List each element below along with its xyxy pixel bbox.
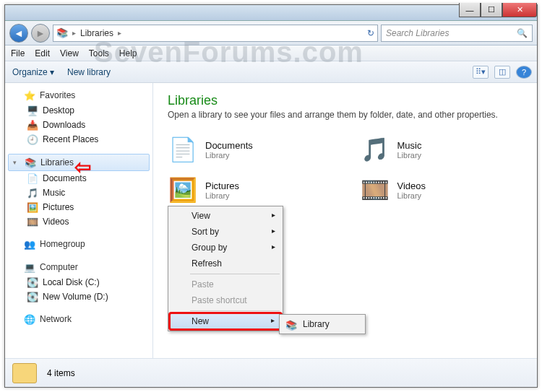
menu-edit[interactable]: Edit <box>35 48 50 58</box>
chevron-icon: ▸ <box>72 29 76 37</box>
sidebar-item-videos[interactable]: 🎞️Videos <box>5 214 152 229</box>
menu-tools[interactable]: Tools <box>89 48 109 58</box>
ctx-view[interactable]: View▸ <box>170 208 281 224</box>
library-type: Library <box>397 191 426 200</box>
nav-pane: ⭐Favorites 🖥️Desktop 📥Downloads 🕘Recent … <box>5 83 153 358</box>
ctx-new[interactable]: New▸📚Library <box>170 313 281 329</box>
chevron-right-icon: ▸ <box>272 227 275 235</box>
disk-icon: 💽 <box>27 291 38 302</box>
nav-bar: ◄ ► 📚 ▸ Libraries ▸ ↻ Search Libraries 🔍 <box>5 21 537 45</box>
context-submenu: 📚Library <box>279 314 366 334</box>
ctx-group-by[interactable]: Group by▸ <box>170 240 281 256</box>
search-placeholder: Search Libraries <box>386 28 449 38</box>
sidebar-item-pictures[interactable]: 🖼️Pictures <box>5 200 152 214</box>
address-segment[interactable]: Libraries <box>80 28 113 38</box>
desktop-icon: 🖥️ <box>27 105 38 116</box>
documents-icon: 📄 <box>168 134 198 165</box>
ctx-paste-shortcut: Paste shortcut <box>170 292 281 308</box>
library-name: Music <box>397 140 422 151</box>
address-bar[interactable]: 📚 ▸ Libraries ▸ ↻ <box>53 25 378 42</box>
libraries-icon: 📚 <box>56 27 68 39</box>
library-item-music[interactable]: 🎵MusicLibrary <box>360 134 523 165</box>
favorites-header[interactable]: ⭐Favorites <box>5 87 152 103</box>
sidebar-item-disk-d[interactable]: 💽New Volume (D:) <box>5 289 152 304</box>
library-name: Documents <box>205 140 253 151</box>
library-type: Library <box>397 151 422 160</box>
pictures-icon: 🖼️ <box>27 201 38 213</box>
sidebar-item-desktop[interactable]: 🖥️Desktop <box>5 103 152 118</box>
disk-icon: 💽 <box>27 276 38 288</box>
refresh-icon[interactable]: ↻ <box>367 28 374 38</box>
status-bar: 4 items <box>5 358 537 387</box>
computer-header[interactable]: 💻Computer <box>5 259 152 275</box>
page-subtitle: Open a library to see your files and arr… <box>168 110 522 120</box>
toolbar: Organize ▾ New library ⠿▾ ◫ ? <box>5 61 537 83</box>
menu-file[interactable]: File <box>11 48 25 58</box>
library-item-documents[interactable]: 📄DocumentsLibrary <box>168 134 331 165</box>
pictures-icon: 🖼️ <box>168 175 198 205</box>
library-type: Library <box>205 151 253 160</box>
libraries-header[interactable]: ▾📚Libraries <box>8 154 150 171</box>
ctx-paste: Paste <box>170 276 281 292</box>
sidebar-item-downloads[interactable]: 📥Downloads <box>5 118 152 132</box>
view-options-button[interactable]: ⠿▾ <box>473 66 489 79</box>
chevron-right-icon: ▸ <box>271 316 275 324</box>
organize-button[interactable]: Organize ▾ <box>12 67 54 77</box>
maximize-button[interactable]: ☐ <box>481 3 502 17</box>
sidebar-item-documents[interactable]: 📄Documents <box>5 171 152 186</box>
page-title: Libraries <box>168 93 522 108</box>
library-item-pictures[interactable]: 🖼️PicturesLibrary <box>168 175 331 205</box>
ctx-sort-by[interactable]: Sort by▸ <box>170 224 281 240</box>
chevron-right-icon: ▸ <box>272 243 275 251</box>
videos-icon: 🎞️ <box>27 216 38 227</box>
titlebar: — ☐ ✕ <box>5 5 537 21</box>
ctx-new-library[interactable]: 📚Library <box>281 316 364 332</box>
network-icon: 🌐 <box>24 313 35 325</box>
preview-pane-button[interactable]: ◫ <box>494 66 510 79</box>
content-area[interactable]: Libraries Open a library to see your fil… <box>153 83 537 358</box>
help-button[interactable]: ? <box>516 66 532 79</box>
library-name: Videos <box>397 180 426 191</box>
network-header[interactable]: 🌐Network <box>5 311 152 327</box>
folder-icon <box>12 363 37 383</box>
close-button[interactable]: ✕ <box>502 3 537 17</box>
computer-icon: 💻 <box>24 261 35 273</box>
downloads-icon: 📥 <box>27 119 38 131</box>
library-icon: 📚 <box>285 319 297 331</box>
library-name: Pictures <box>205 180 239 191</box>
library-type: Library <box>205 191 239 200</box>
music-icon: 🎵 <box>360 134 390 165</box>
back-button[interactable]: ◄ <box>9 24 28 43</box>
item-count: 4 items <box>47 368 75 378</box>
context-menu: View▸Sort by▸Group by▸RefreshPastePaste … <box>168 206 283 331</box>
libraries-icon: 📚 <box>25 157 36 168</box>
recent-icon: 🕘 <box>27 134 38 145</box>
minimize-button[interactable]: — <box>459 3 481 17</box>
sidebar-item-disk-c[interactable]: 💽Local Disk (C:) <box>5 275 152 289</box>
menu-bar: File Edit View Tools Help <box>5 45 537 61</box>
library-item-videos[interactable]: 🎞️VideosLibrary <box>360 175 523 205</box>
sidebar-item-recent[interactable]: 🕘Recent Places <box>5 132 152 147</box>
search-icon: 🔍 <box>517 28 528 38</box>
videos-icon: 🎞️ <box>360 175 390 205</box>
ctx-refresh[interactable]: Refresh <box>170 256 281 271</box>
chevron-icon: ▸ <box>118 29 121 37</box>
chevron-right-icon: ▸ <box>272 211 275 219</box>
menu-help[interactable]: Help <box>119 48 137 58</box>
menu-view[interactable]: View <box>60 48 79 58</box>
homegroup-icon: 👥 <box>24 238 35 250</box>
new-library-button[interactable]: New library <box>67 67 111 77</box>
search-input[interactable]: Search Libraries 🔍 <box>381 25 533 42</box>
star-icon: ⭐ <box>24 90 35 101</box>
documents-icon: 📄 <box>27 173 38 184</box>
forward-button[interactable]: ► <box>31 24 50 43</box>
sidebar-item-music[interactable]: 🎵Music <box>5 186 152 200</box>
homegroup-header[interactable]: 👥Homegroup <box>5 236 152 252</box>
music-icon: 🎵 <box>27 187 38 199</box>
